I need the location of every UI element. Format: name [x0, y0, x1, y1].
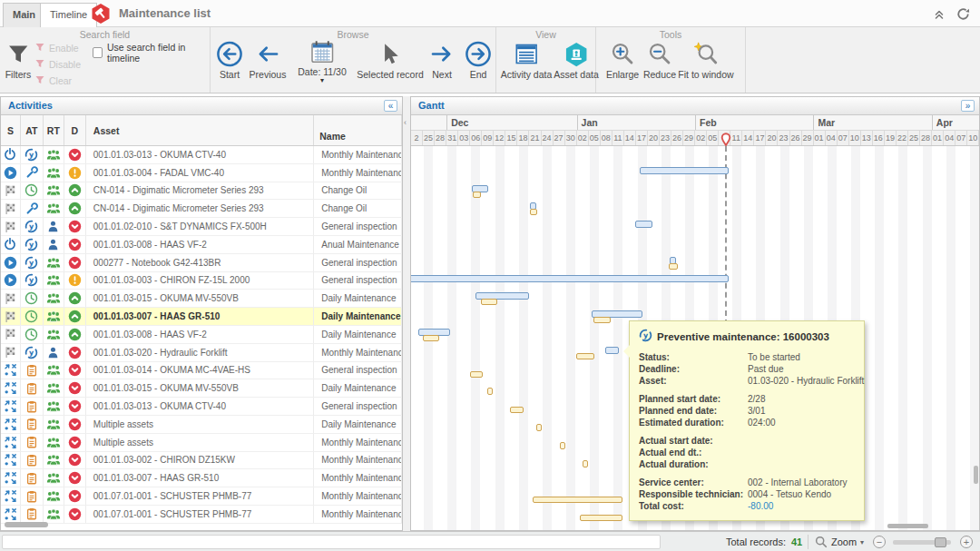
table-row[interactable]: y001.01.03-020 - Hydraulic ForkliftMonth… — [1, 344, 402, 362]
timeline-day-cell[interactable]: 07 — [956, 131, 967, 145]
activities-hscrollbar-thumb[interactable] — [5, 522, 48, 527]
zoom-dropdown-caret-icon[interactable]: ▾ — [860, 538, 864, 546]
use-search-field-checkbox[interactable]: Use search field in timeline — [93, 42, 210, 64]
timeline-day-cell[interactable]: 01 — [932, 131, 944, 145]
timeline-day-cell[interactable]: 11 — [612, 131, 624, 145]
timeline-day-cell[interactable]: 03 — [458, 131, 470, 145]
table-row[interactable]: Multiple assetsDaily Maintenance — [1, 416, 402, 434]
timeline-day-cell[interactable]: 29 — [683, 131, 695, 145]
gantt-bar-marker[interactable] — [583, 460, 588, 467]
timeline-day-cell[interactable]: 10 — [849, 131, 861, 145]
timeline-day-cell[interactable]: 24 — [542, 131, 554, 145]
gantt-bar-yellow[interactable] — [423, 335, 439, 341]
table-row[interactable]: 001.01.03-013 - OKUMA CTV-40General insp… — [1, 398, 402, 416]
gantt-bar-yellow[interactable] — [580, 515, 622, 521]
splitter-collapse-icon[interactable]: ‹ — [404, 118, 407, 127]
gantt-bar-marker[interactable] — [487, 388, 493, 395]
timeline-day-cell[interactable]: 05 — [707, 131, 719, 145]
table-row[interactable]: 001.01.03-015 - OKUMA MV-550VBDaily Main… — [1, 290, 402, 308]
date-button[interactable]: Date: 11/30 ▾ — [298, 36, 347, 84]
disable-button[interactable]: Disable — [34, 58, 81, 71]
timeline-day-cell[interactable]: 15 — [505, 131, 517, 145]
enlarge-button[interactable]: Enlarge — [606, 39, 639, 80]
gantt-bar-blue[interactable] — [605, 347, 619, 354]
timeline-day-cell[interactable]: 20 — [766, 131, 778, 145]
timeline-day-cell[interactable]: 2 — [411, 131, 423, 145]
table-row[interactable]: CN-014 - Digimatic Micrometer Series 293… — [1, 200, 402, 218]
timeline-day-cell[interactable]: 22 — [897, 131, 908, 145]
reduce-button[interactable]: Reduce — [643, 39, 676, 80]
timeline-day-cell[interactable]: 07 — [838, 131, 849, 145]
zoom-in-button[interactable]: + — [960, 536, 973, 548]
column-header-name[interactable]: Name — [314, 115, 402, 145]
tab-main[interactable]: Main — [3, 3, 45, 27]
enable-button[interactable]: Enable — [34, 42, 79, 54]
timeline-day-cell[interactable]: 25 — [908, 131, 920, 145]
gantt-bar-yellow[interactable] — [470, 371, 483, 378]
filters-button[interactable]: Filters — [5, 39, 32, 80]
table-row[interactable]: Multiple assetsMonthly Maintenance — [1, 434, 402, 452]
timeline-day-cell[interactable]: 05 — [589, 131, 601, 145]
zoom-out-button[interactable]: − — [873, 536, 886, 548]
gantt-bar-blue[interactable] — [635, 221, 652, 228]
column-header-rt[interactable]: RT — [44, 115, 64, 145]
expand-gantt-icon[interactable]: » — [961, 100, 975, 112]
timeline-day-cell[interactable]: 17 — [636, 131, 648, 145]
start-button[interactable]: Start — [216, 39, 244, 80]
gantt-bar-yellow[interactable] — [510, 407, 524, 413]
timeline-day-cell[interactable]: 04 — [944, 131, 956, 145]
table-row[interactable]: 001.07.01-001 - SCHUSTER PHMB-77Monthly … — [1, 506, 402, 524]
table-row[interactable]: y001.01.02-010 - S&T DYNAMICS FX-500HGen… — [1, 218, 402, 236]
gantt-bar-yellow[interactable] — [669, 263, 678, 270]
gantt-bar-yellow[interactable] — [481, 299, 497, 305]
gantt-bar-blue[interactable] — [411, 275, 729, 282]
table-row[interactable]: y000277 - Notebook G42-413BRGeneral insp… — [1, 254, 402, 272]
timeline-day-cell[interactable]: 21 — [529, 131, 541, 145]
timeline-day-cell[interactable]: 02 — [695, 131, 707, 145]
selected-record-button[interactable]: Selected record — [357, 39, 424, 80]
gantt-bar-blue[interactable] — [640, 167, 729, 174]
fit-to-window-button[interactable]: Fit to window — [678, 39, 733, 80]
timeline-day-cell[interactable]: 23 — [778, 131, 789, 145]
column-header-asset[interactable]: Asset — [86, 115, 314, 145]
timeline-day-cell[interactable]: 16 — [873, 131, 885, 145]
table-row[interactable]: 001.07.01-001 - SCHUSTER PHMB-77Monthly … — [1, 487, 402, 506]
table-row[interactable]: y001.01.03-008 - HAAS VF-2Anual Maintena… — [1, 236, 402, 254]
date-dropdown-caret-icon[interactable]: ▾ — [320, 78, 324, 84]
previous-button[interactable]: Previous — [250, 39, 287, 80]
gantt-bar-marker[interactable] — [536, 424, 542, 431]
timeline-day-cell[interactable]: 20 — [648, 131, 660, 145]
panel-splitter[interactable]: ‹ — [403, 96, 410, 531]
timeline-day-cell[interactable]: 30 — [565, 131, 577, 145]
table-row[interactable]: 001.01.03-002 - CHIRON DZ15KWMonthly Mai… — [1, 452, 402, 470]
timeline-day-cell[interactable]: 19 — [885, 131, 897, 145]
timeline-day-cell[interactable]: 08 — [601, 131, 612, 145]
current-date-marker-icon[interactable] — [720, 133, 731, 148]
timeline-day-cell[interactable]: 27 — [554, 131, 565, 145]
gantt-bar-marker[interactable] — [560, 442, 565, 449]
timeline-day-cell[interactable]: 23 — [660, 131, 671, 145]
clear-button[interactable]: Clear — [34, 74, 72, 87]
timeline-day-cell[interactable]: 12 — [494, 131, 505, 145]
end-button[interactable]: End — [465, 39, 493, 80]
timeline-day-cell[interactable]: 14 — [742, 131, 754, 145]
timeline-day-cell[interactable]: 10 — [967, 131, 979, 145]
timeline-day-cell[interactable]: 28 — [920, 131, 932, 145]
gantt-vscrollbar-thumb[interactable] — [974, 466, 978, 484]
timeline-day-cell[interactable]: 04 — [826, 131, 838, 145]
table-row[interactable]: 001.01.03-007 - HAAS GR-510Monthly Maint… — [1, 469, 402, 487]
refresh-icon[interactable] — [956, 6, 971, 24]
column-header-s[interactable]: S — [1, 115, 21, 145]
timeline-day-cell[interactable]: 31 — [446, 131, 458, 145]
timeline-day-cell[interactable]: 18 — [517, 131, 529, 145]
activity-data-button[interactable]: Activity data — [501, 39, 553, 80]
gantt-hscrollbar-thumb[interactable] — [887, 524, 928, 528]
table-row[interactable]: 001.01.03-014 - OKUMA MC-4VAE-HSGeneral … — [1, 362, 402, 380]
collapse-ribbon-icon[interactable] — [933, 8, 946, 23]
table-row[interactable]: 001.01.03-015 - OKUMA MV-550VBDaily Main… — [1, 379, 402, 398]
table-row[interactable]: y001.01.03-013 - OKUMA CTV-40Monthly Mai… — [1, 146, 402, 164]
timeline-day-cell[interactable]: 25 — [423, 131, 435, 145]
gantt-bar-yellow[interactable] — [593, 317, 611, 323]
table-row[interactable]: 001.01.03-008 - HAAS VF-2Daily Maintenan… — [1, 326, 402, 344]
zoom-slider-thumb[interactable] — [935, 537, 946, 547]
